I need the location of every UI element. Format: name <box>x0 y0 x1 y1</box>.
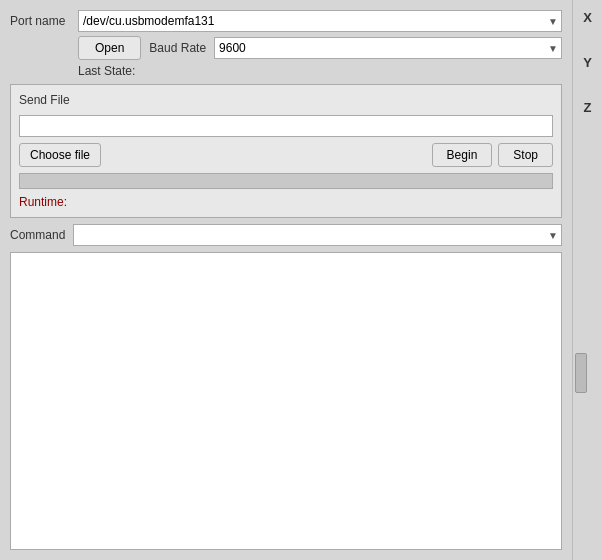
side-label-y: Y <box>583 55 592 70</box>
file-controls: Choose file Begin Stop <box>19 143 553 167</box>
port-name-label: Port name <box>10 14 70 28</box>
side-panel: X Y Z <box>572 0 602 560</box>
last-state-label: Last State: <box>78 64 135 78</box>
begin-button[interactable]: Begin <box>432 143 493 167</box>
runtime-label: Runtime: <box>19 195 553 209</box>
middle-row: Open Baud Rate 9600 115200 57600 38400 1… <box>10 36 562 60</box>
progress-bar-container <box>19 173 553 189</box>
port-select[interactable]: /dev/cu.usbmodemfa131 <box>78 10 562 32</box>
side-scrollbar-area <box>573 145 602 560</box>
file-input[interactable] <box>19 115 553 137</box>
last-state-row: Last State: <box>10 64 562 78</box>
send-file-title: Send File <box>19 93 553 107</box>
main-panel: Port name /dev/cu.usbmodemfa131 ▼ Open B… <box>0 0 572 560</box>
choose-file-button[interactable]: Choose file <box>19 143 101 167</box>
port-select-wrapper: /dev/cu.usbmodemfa131 ▼ <box>78 10 562 32</box>
command-select-wrapper: ▼ <box>73 224 562 246</box>
baud-rate-select[interactable]: 9600 115200 57600 38400 19200 4800 2400 … <box>214 37 562 59</box>
header-section: Port name /dev/cu.usbmodemfa131 ▼ Open B… <box>10 10 562 78</box>
side-label-z: Z <box>584 100 592 115</box>
open-button[interactable]: Open <box>78 36 141 60</box>
scrollbar-thumb[interactable] <box>575 353 587 393</box>
top-row: Port name /dev/cu.usbmodemfa131 ▼ <box>10 10 562 32</box>
stop-button[interactable]: Stop <box>498 143 553 167</box>
baud-rate-label: Baud Rate <box>149 41 206 55</box>
baud-select-wrapper: 9600 115200 57600 38400 19200 4800 2400 … <box>214 37 562 59</box>
command-section: Command ▼ <box>10 224 562 246</box>
command-label: Command <box>10 228 65 242</box>
side-label-x: X <box>583 10 592 25</box>
terminal-area[interactable] <box>10 252 562 550</box>
send-file-section: Send File Choose file Begin Stop Runtime… <box>10 84 562 218</box>
command-select[interactable] <box>73 224 562 246</box>
